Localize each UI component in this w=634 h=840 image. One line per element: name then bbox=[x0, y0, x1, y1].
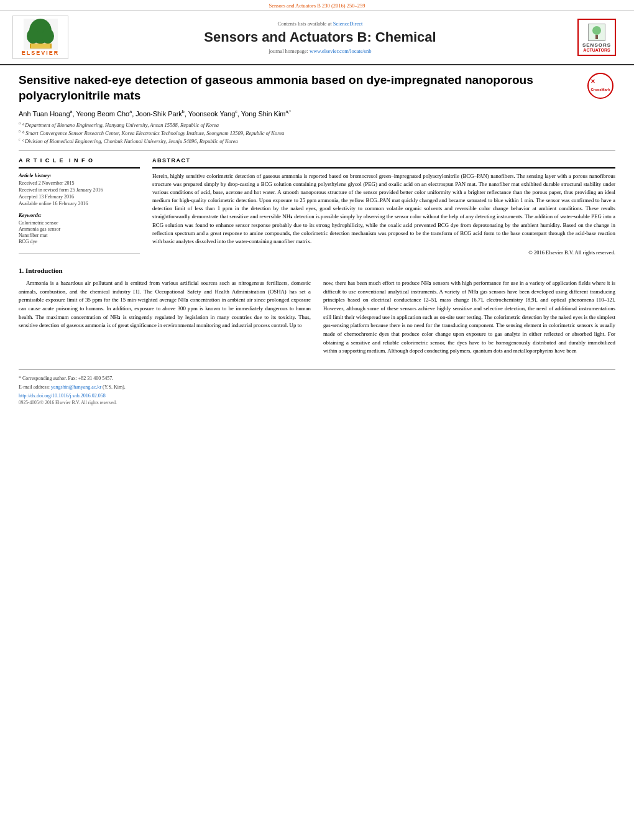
affiliation-b: b ᵇ Smart Convergence Sensor Research Ce… bbox=[19, 129, 615, 136]
svg-rect-6 bbox=[31, 44, 50, 48]
keywords-group: Keywords: Colorimetric sensor Ammonia ga… bbox=[19, 212, 140, 244]
accepted-date: Accepted 13 February 2016 bbox=[19, 193, 140, 200]
abstract-copyright: © 2016 Elsevier B.V. All rights reserved… bbox=[152, 249, 615, 256]
author-1: Anh Tuan Hoanga bbox=[19, 110, 72, 118]
elsevier-text: ELSEVIER bbox=[22, 50, 60, 56]
article-title-container: Sensitive naked-eye detection of gaseous… bbox=[19, 73, 615, 103]
available-date: Available online 16 February 2016 bbox=[19, 200, 140, 207]
intro-col1: Ammonia is a hazardous air pollutant and… bbox=[19, 279, 311, 359]
journal-bar: Sensors and Actuators B 230 (2016) 250–2… bbox=[0, 0, 634, 11]
sensors-logo-title: SENSORS bbox=[582, 42, 611, 48]
affiliation-c: c ᶜ Division of Biomedical Engineering, … bbox=[19, 137, 615, 144]
crossmark-text: ✕CrossMark bbox=[590, 78, 610, 93]
corresponding-note: * Corresponding author. Fax: +82 31 400 … bbox=[19, 375, 615, 382]
introduction-columns: Ammonia is a hazardous air pollutant and… bbox=[19, 279, 615, 359]
affiliation-a: a ᵃ Department of Bionano Engineering, H… bbox=[19, 121, 615, 128]
email-note: E-mail address: yangshin@hanyang.ac.kr (… bbox=[19, 384, 615, 390]
author-2: Yeong Beom Choa bbox=[76, 110, 132, 118]
keywords-label: Keywords: bbox=[19, 212, 140, 218]
svg-point-8 bbox=[592, 26, 601, 35]
section1-title: 1. Introduction bbox=[19, 267, 615, 274]
journal-title: Sensors and Actuators B: Chemical bbox=[68, 29, 572, 45]
sciencedirect-link[interactable]: ScienceDirect bbox=[333, 21, 363, 27]
issn-line: 0925-4005/© 2016 Elsevier B.V. All right… bbox=[19, 400, 615, 405]
intro-col2: now, there has been much effort to produ… bbox=[323, 279, 615, 359]
abstract-col: ABSTRACT Herein, highly sensitive colori… bbox=[152, 157, 615, 256]
abstract-text: Herein, highly sensitive colorimetric de… bbox=[152, 172, 615, 246]
history-label: Article history: bbox=[19, 172, 140, 178]
intro-para-2: now, there has been much effort to produ… bbox=[323, 279, 615, 356]
introduction-section: 1. Introduction Ammonia is a hazardous a… bbox=[19, 267, 615, 359]
doi-link[interactable]: http://dx.doi.org/10.1016/j.snb.2016.02.… bbox=[19, 393, 106, 399]
author-3: Joon-Shik Parkb bbox=[136, 110, 185, 118]
article-footer: * Corresponding author. Fax: +82 31 400 … bbox=[19, 369, 615, 405]
svg-rect-9 bbox=[595, 35, 598, 39]
keyword-1: Colorimetric sensor bbox=[19, 220, 140, 226]
authors-line: Anh Tuan Hoanga, Yeong Beom Choa, Joon-S… bbox=[19, 109, 615, 118]
affiliations: a ᵃ Department of Bionano Engineering, H… bbox=[19, 121, 615, 144]
sensors-logo-subtitle: AcTuators bbox=[582, 48, 611, 52]
author-5: Yong Shin Kima,* bbox=[241, 110, 291, 118]
elsevier-tree-icon bbox=[24, 19, 58, 50]
intro-para-1: Ammonia is a hazardous air pollutant and… bbox=[19, 279, 311, 330]
article-title-text: Sensitive naked-eye detection of gaseous… bbox=[19, 73, 533, 102]
info-abstract-columns: A R T I C L E I N F O Article history: R… bbox=[19, 157, 615, 256]
article-body: Sensitive naked-eye detection of gaseous… bbox=[0, 65, 634, 418]
keyword-4: BCG dye bbox=[19, 239, 140, 244]
article-info-col: A R T I C L E I N F O Article history: R… bbox=[19, 157, 140, 256]
article-history: Article history: Received 2 November 201… bbox=[19, 172, 140, 208]
svg-point-4 bbox=[42, 29, 54, 44]
homepage-link[interactable]: www.elsevier.com/locate/snb bbox=[310, 48, 372, 54]
email-link[interactable]: yangshin@hanyang.ac.kr bbox=[51, 384, 101, 390]
sensors-actuators-logo: SENSORS AcTuators bbox=[572, 19, 622, 56]
sensors-logo-icon bbox=[588, 24, 605, 41]
author-4: Yoonseok Yangc bbox=[188, 110, 237, 118]
received-revised-date: Received in revised form 25 January 2016 bbox=[19, 187, 140, 193]
divider-1 bbox=[19, 150, 615, 151]
header-section: ELSEVIER Contents lists available at Sci… bbox=[0, 11, 634, 65]
journal-citation: Sensors and Actuators B 230 (2016) 250–2… bbox=[269, 2, 365, 9]
abstract-label: ABSTRACT bbox=[152, 157, 615, 164]
abstract-box: Herein, highly sensitive colorimetric de… bbox=[152, 167, 615, 256]
crossmark-badge: ✕CrossMark bbox=[587, 73, 615, 101]
svg-point-3 bbox=[27, 29, 39, 44]
article-info-label: A R T I C L E I N F O bbox=[19, 157, 140, 164]
article-info-box: Article history: Received 2 November 201… bbox=[19, 167, 140, 254]
header-center: Contents lists available at ScienceDirec… bbox=[68, 21, 572, 54]
received-date: Received 2 November 2015 bbox=[19, 180, 140, 187]
doi-line: http://dx.doi.org/10.1016/j.snb.2016.02.… bbox=[19, 393, 615, 399]
contents-line: Contents lists available at ScienceDirec… bbox=[68, 21, 572, 27]
elsevier-logo: ELSEVIER bbox=[12, 16, 68, 59]
homepage-line: journal homepage: www.elsevier.com/locat… bbox=[68, 48, 572, 54]
keyword-2: Ammonia gas sensor bbox=[19, 226, 140, 232]
keyword-3: Nanofiber mat bbox=[19, 233, 140, 238]
